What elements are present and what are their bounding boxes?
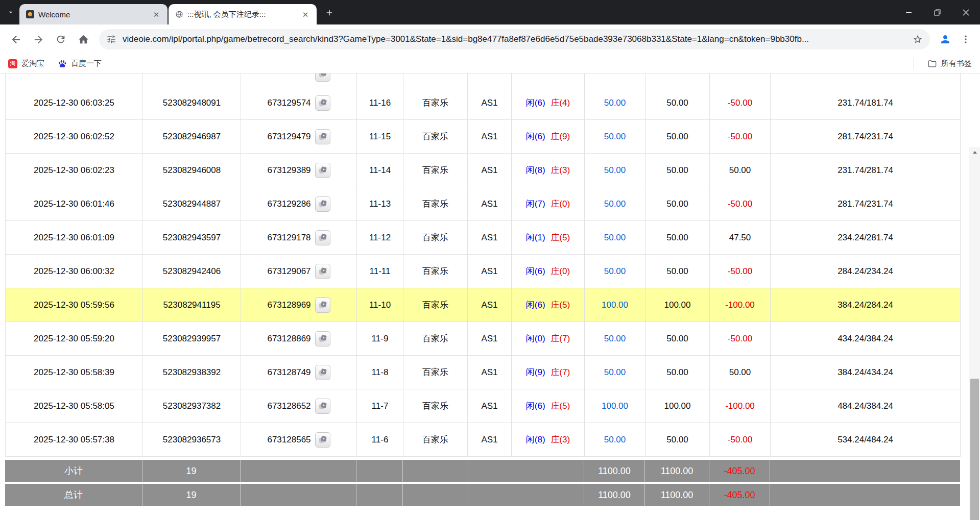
cell-table-name: AS1 — [468, 322, 512, 356]
site-settings-icon — [106, 34, 116, 44]
bet-record-row: 2025-12-30 05:58:05 523082937382 6731286… — [6, 389, 961, 423]
replay-dice-icon-button[interactable] — [315, 365, 330, 380]
summary-valid-total: 1100.00 — [645, 484, 709, 506]
address-bar[interactable]: videoie.com/ipl/portal.php/game/betrecor… — [99, 29, 930, 49]
cell-bet-amount[interactable]: 100.00 — [585, 389, 646, 423]
replay-dice-icon-button[interactable] — [315, 73, 330, 82]
restore-icon — [934, 9, 941, 16]
cell-bet-amount[interactable]: 50.00 — [585, 356, 646, 389]
cell-bet-amount[interactable]: 50.00 — [585, 255, 646, 288]
tab-title: :::视讯, 会员下注纪录::: — [187, 10, 296, 19]
cell-winloss: 47.50 — [710, 221, 771, 255]
url-text: videoie.com/ipl/portal.php/game/betrecor… — [123, 34, 906, 44]
bookmark-taobao[interactable]: 淘 爱淘宝 — [8, 59, 44, 68]
dice-icon — [318, 132, 327, 141]
cell-bet-amount[interactable]: 100.00 — [585, 288, 646, 322]
vertical-scrollbar[interactable] — [969, 147, 980, 520]
replay-dice-icon-button[interactable] — [315, 264, 330, 279]
cell-balance: 534.24/484.24 — [771, 423, 961, 457]
reload-button[interactable] — [50, 29, 71, 50]
round-number: 673128869 — [267, 334, 310, 344]
cell-bet-amount[interactable]: 50.00 — [585, 221, 646, 255]
cell-result: 闲(6) 庄(4) — [512, 86, 585, 120]
cell-order-id: 523082941195 — [143, 288, 241, 322]
profile-avatar-button[interactable] — [935, 29, 955, 49]
restore-button[interactable] — [923, 0, 951, 24]
replay-dice-icon-button[interactable] — [315, 129, 330, 144]
tab-strip: Welcome ✕ :::视讯, 会员下注纪录::: ✕ — [0, 0, 980, 24]
cell-result: 闲(8) 庄(3) — [512, 154, 585, 187]
cell-bet-amount[interactable]: 50.00 — [585, 322, 646, 356]
scrollbar-track[interactable] — [969, 158, 980, 520]
cell-winloss: -100.00 — [710, 288, 771, 322]
cell-result: 闲(1) 庄(5) — [512, 221, 585, 255]
cell-order-id: 523082939957 — [143, 322, 241, 356]
baidu-paw-icon — [58, 59, 67, 68]
chevron-down-icon — [7, 8, 15, 16]
dice-icon — [318, 73, 327, 79]
bookmark-star-button[interactable] — [913, 34, 923, 44]
close-window-button[interactable] — [951, 0, 980, 24]
bookmark-baidu[interactable]: 百度一下 — [58, 59, 102, 68]
cell-result: 闲(8) 庄(3) — [512, 423, 585, 457]
plus-icon — [325, 8, 334, 17]
browser-menu-button[interactable] — [957, 29, 975, 49]
tab-close-icon[interactable]: ✕ — [151, 9, 161, 19]
replay-dice-icon-button[interactable] — [315, 230, 330, 245]
bet-record-row: 2025-12-30 06:01:09 523082943597 6731291… — [6, 221, 961, 255]
cell-bet-amount[interactable]: 50.00 — [585, 423, 646, 457]
replay-dice-icon-button[interactable] — [315, 196, 330, 212]
cell-valid-amount: 50.00 — [646, 120, 710, 154]
round-number: 673129389 — [267, 165, 310, 176]
cell-game-name: 百家乐 — [403, 288, 468, 322]
new-tab-button[interactable] — [321, 4, 338, 21]
tab-welcome[interactable]: Welcome ✕ — [19, 4, 168, 24]
browser-window: Welcome ✕ :::视讯, 会员下注纪录::: ✕ — [0, 0, 980, 520]
tab-close-icon[interactable]: ✕ — [300, 9, 310, 19]
cell-order-id: 523082946008 — [143, 154, 241, 187]
cell-balance: 281.74/231.74 — [771, 120, 961, 154]
cell-order-id: 523082943597 — [143, 221, 241, 255]
scroll-up-arrow-icon[interactable] — [969, 147, 980, 158]
round-number: 673128565 — [267, 435, 310, 445]
minimize-button[interactable] — [894, 0, 923, 24]
replay-dice-icon-button[interactable] — [315, 95, 330, 111]
player-result: 闲(8) — [526, 165, 545, 175]
cell-bet-amount[interactable]: 50.00 — [585, 187, 646, 221]
scrollbar-thumb[interactable] — [970, 379, 979, 520]
tab-search-button[interactable] — [2, 2, 19, 22]
dice-icon — [318, 98, 327, 108]
cell-bet-amount[interactable]: 50.00 — [585, 86, 646, 120]
folder-icon — [927, 59, 937, 68]
cell-bet-amount[interactable]: 50.00 — [585, 154, 646, 187]
reload-icon — [55, 34, 66, 45]
player-result: 闲(8) — [526, 435, 545, 444]
bet-record-row: 2025-12-30 06:01:46 523082944887 6731292… — [6, 187, 961, 221]
round-number: 673129286 — [267, 199, 310, 209]
dice-icon — [318, 301, 327, 310]
replay-dice-icon-button[interactable] — [315, 399, 330, 414]
player-result: 闲(6) — [526, 132, 545, 141]
banker-result: 庄(9) — [551, 132, 570, 141]
round-number: 673128969 — [267, 300, 310, 310]
replay-dice-icon-button[interactable] — [315, 298, 330, 313]
replay-dice-icon-button[interactable] — [315, 331, 330, 346]
cell-valid-amount: 50.00 — [646, 322, 710, 356]
cell-valid-amount: 100.00 — [646, 288, 710, 322]
cell-winloss: -50.00 — [710, 187, 771, 221]
back-button[interactable] — [5, 29, 27, 50]
home-button[interactable] — [73, 29, 94, 50]
cell-game-name: 百家乐 — [403, 255, 468, 288]
player-result: 闲(6) — [526, 98, 545, 108]
cell-balance: 384.24/434.24 — [771, 356, 961, 389]
forward-button[interactable] — [28, 29, 49, 50]
all-bookmarks-button[interactable]: 所有书签 — [927, 59, 972, 68]
cell-bet-amount[interactable]: 50.00 — [585, 120, 646, 154]
cell-balance: 434.24/384.24 — [771, 322, 961, 356]
replay-dice-icon-button[interactable] — [315, 163, 330, 178]
tab-bet-records[interactable]: :::视讯, 会员下注纪录::: ✕ — [169, 4, 317, 24]
replay-dice-icon-button[interactable] — [315, 432, 330, 448]
bet-record-row: 2025-12-30 05:59:56 523082941195 6731289… — [6, 288, 961, 322]
page-content: 2025-12-30 06:03:25 523082948091 6731295… — [0, 73, 980, 520]
summary-valid-total: 1100.00 — [645, 460, 709, 482]
